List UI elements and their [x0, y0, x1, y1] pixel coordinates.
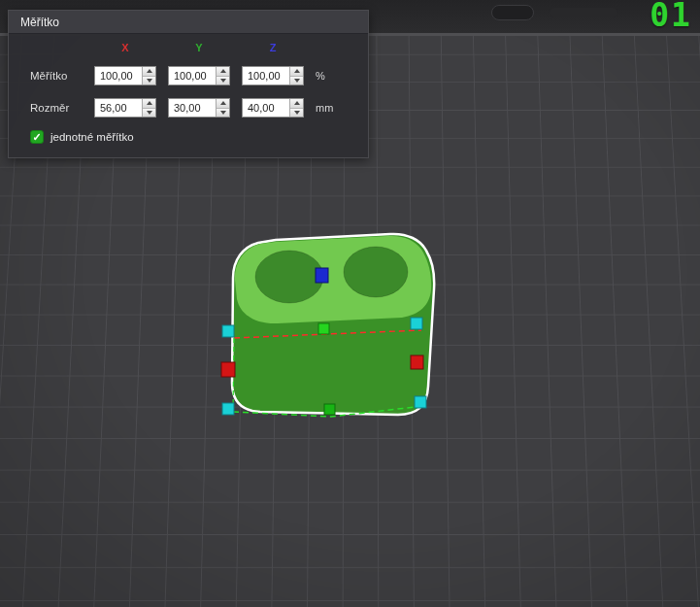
spinner-up-icon[interactable]: [290, 99, 303, 108]
scale-unit-label: %: [316, 70, 349, 82]
model-hole-right: [344, 247, 408, 297]
spinner-up-icon[interactable]: [143, 67, 155, 76]
scale-z-stepper: [242, 66, 304, 85]
scale-handle-z[interactable]: [316, 268, 328, 283]
spinner-down-icon[interactable]: [290, 76, 303, 85]
scale-handle-y-back[interactable]: [318, 323, 329, 334]
uniform-scale-label: jednotné měřítko: [50, 131, 134, 143]
size-z-stepper: [242, 98, 304, 118]
plate-number: 01: [650, 0, 692, 34]
spinner-down-icon[interactable]: [143, 76, 155, 85]
axis-header-row: X Y Z: [30, 42, 368, 53]
spinner-down-icon[interactable]: [217, 76, 229, 85]
spinner-down-icon[interactable]: [290, 108, 303, 118]
scale-row-label: Měřítko: [30, 70, 83, 82]
scale-x-stepper: [94, 66, 156, 85]
scale-handle-corner-tr[interactable]: [411, 318, 422, 329]
size-y-stepper: [168, 98, 230, 118]
scale-y-stepper: [168, 66, 230, 85]
size-row: Rozměr: [30, 98, 368, 118]
size-x-spin-buttons: [142, 99, 155, 117]
spinner-up-icon[interactable]: [143, 99, 155, 108]
axis-label-x: X: [94, 42, 156, 53]
scale-panel-body: X Y Z Měřítko: [9, 34, 368, 157]
scale-panel: Měřítko X Y Z Měřítko: [8, 10, 369, 158]
scale-panel-titlebar: Měřítko: [9, 11, 368, 34]
scale-handle-corner-br[interactable]: [415, 396, 426, 408]
model-hole-left: [255, 251, 323, 303]
scale-z-spin-buttons: [289, 67, 303, 84]
uniform-scale-row: jednotné měřítko: [30, 130, 368, 144]
spinner-down-icon[interactable]: [143, 108, 155, 118]
bed-slot-icon: [550, 8, 617, 17]
size-y-spin-buttons: [216, 99, 229, 117]
spinner-up-icon[interactable]: [217, 67, 229, 76]
axis-label-z: Z: [242, 42, 304, 53]
spinner-up-icon[interactable]: [217, 99, 229, 108]
uniform-scale-checkbox[interactable]: [30, 130, 44, 144]
size-unit-label: mm: [316, 102, 349, 114]
scale-row: Měřítko: [30, 66, 368, 85]
scale-panel-title: Měřítko: [20, 16, 59, 29]
axis-label-y: Y: [168, 42, 230, 53]
model-scene: [175, 219, 466, 432]
size-z-spin-buttons: [289, 99, 303, 117]
spinner-down-icon[interactable]: [217, 108, 229, 118]
scale-handle-x-left[interactable]: [221, 362, 235, 377]
scale-handle-corner-bl[interactable]: [222, 403, 234, 415]
bed-clip-icon: [491, 5, 534, 20]
scale-handle-x-right[interactable]: [411, 355, 423, 369]
scale-handle-y-front[interactable]: [324, 404, 335, 415]
size-row-label: Rozměr: [30, 102, 83, 114]
scale-y-spin-buttons: [216, 67, 229, 84]
size-x-stepper: [94, 98, 156, 118]
scale-x-spin-buttons: [142, 67, 155, 84]
spinner-up-icon[interactable]: [290, 67, 303, 76]
scale-handle-corner-tl[interactable]: [222, 325, 234, 337]
